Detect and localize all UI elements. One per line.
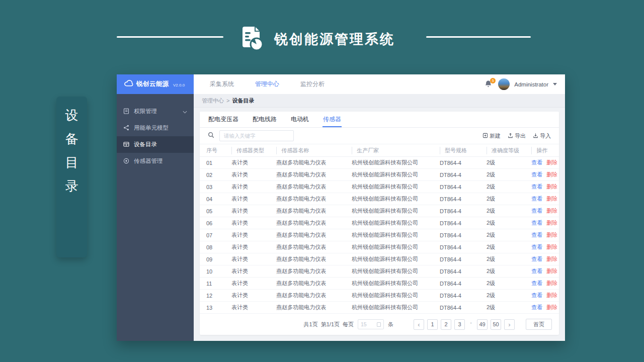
view-link[interactable]: 查看 xyxy=(531,268,542,274)
pager-prev-button[interactable]: ‹ xyxy=(414,319,424,330)
header-actions: 操作 xyxy=(525,144,559,157)
vertical-label-card: 设 备 目 录 xyxy=(56,97,87,257)
view-link[interactable]: 查看 xyxy=(531,304,542,310)
cell-sensor-name: 燕赵多功能电力仪表 xyxy=(270,302,345,314)
import-button[interactable]: 导入 xyxy=(533,132,551,140)
delete-link[interactable]: 删除 xyxy=(546,232,557,238)
avatar[interactable] xyxy=(498,78,510,90)
view-link[interactable]: 查看 xyxy=(531,171,542,177)
device-type-tabs: 配电变压器 配电线路 电动机 传感器 xyxy=(200,112,559,128)
cell-sensor-type: 表计类 xyxy=(225,278,270,290)
cell-manufacturer: 杭州锐创能源科技有限公司 xyxy=(345,169,433,181)
view-link[interactable]: 查看 xyxy=(531,196,542,202)
table-row: 07 表计类 燕赵多功能电力仪表 杭州锐创能源科技有限公司 DT864-4 2级… xyxy=(200,229,559,241)
delete-link[interactable]: 删除 xyxy=(546,304,557,310)
nav-management-center[interactable]: 管理中心 xyxy=(255,80,279,88)
cell-sensor-type: 表计类 xyxy=(225,302,270,314)
pager-page-3[interactable]: 3 xyxy=(454,319,465,330)
cell-sensor-type: 表计类 xyxy=(225,229,270,241)
sidebar-item-energy-unit-model[interactable]: 用能单元模型 xyxy=(117,120,194,136)
view-link[interactable]: 查看 xyxy=(531,232,542,238)
report-document-icon xyxy=(238,25,266,54)
delete-link[interactable]: 删除 xyxy=(546,184,557,190)
cell-sensor-type: 表计类 xyxy=(225,169,270,181)
delete-link[interactable]: 删除 xyxy=(546,280,557,286)
grid-table-icon xyxy=(123,141,129,148)
sidebar-item-sensor-mgmt[interactable]: 传感器管理 xyxy=(117,153,194,169)
cell-no: 06 xyxy=(200,217,225,229)
delete-link[interactable]: 删除 xyxy=(546,244,557,250)
tab-motor[interactable]: 电动机 xyxy=(290,112,309,127)
pager-next-button[interactable]: › xyxy=(504,319,515,330)
tab-distribution-transformer[interactable]: 配电变压器 xyxy=(208,112,239,127)
cell-no: 11 xyxy=(200,278,225,290)
cell-accuracy: 2级 xyxy=(480,205,525,217)
cell-model: DT864-4 xyxy=(433,253,480,265)
cell-sensor-type: 表计类 xyxy=(225,241,270,253)
pagination-total: 共1页 xyxy=(304,321,318,328)
view-link[interactable]: 查看 xyxy=(531,159,542,165)
delete-link[interactable]: 删除 xyxy=(546,208,557,214)
delete-link[interactable]: 删除 xyxy=(546,268,557,274)
delete-link[interactable]: 删除 xyxy=(546,292,557,298)
cell-model: DT864-4 xyxy=(433,265,480,278)
export-button[interactable]: 导出 xyxy=(508,132,526,140)
delete-link[interactable]: 删除 xyxy=(546,159,557,165)
table-row: 11 表计类 燕赵多功能电力仪表 杭州锐创能源科技有限公司 DT864-4 2级… xyxy=(200,278,559,290)
cell-actions: 查看删除 xyxy=(525,241,559,253)
view-link[interactable]: 查看 xyxy=(531,280,542,286)
cell-accuracy: 2级 xyxy=(480,169,525,181)
pager-page-50[interactable]: 50 xyxy=(491,319,501,330)
cell-model: DT864-4 xyxy=(433,217,480,229)
user-dropdown-caret-icon[interactable] xyxy=(553,83,557,85)
delete-link[interactable]: 删除 xyxy=(546,171,557,177)
cell-sensor-name: 燕赵多功能电力仪表 xyxy=(270,193,345,205)
view-link[interactable]: 查看 xyxy=(531,220,542,226)
nav-collection-system[interactable]: 采集系统 xyxy=(210,80,234,88)
view-link[interactable]: 查看 xyxy=(531,184,542,190)
delete-link[interactable]: 删除 xyxy=(546,220,557,226)
top-nav: 采集系统 管理中心 监控分析 xyxy=(210,80,325,88)
tab-sensor[interactable]: 传感器 xyxy=(323,112,342,127)
table-row: 12 表计类 燕赵多功能电力仪表 杭州锐创能源科技有限公司 DT864-4 2级… xyxy=(200,290,559,302)
table-row: 02 表计类 燕赵多功能电力仪表 杭州锐创能源科技有限公司 DT864-4 2级… xyxy=(200,169,559,181)
pager-page-1[interactable]: 1 xyxy=(427,319,438,330)
notification-bell-icon[interactable]: 5 xyxy=(485,80,494,89)
sidebar-item-device-catalog[interactable]: 设备目录 xyxy=(117,136,194,153)
per-page-input-box xyxy=(358,319,384,329)
cell-sensor-name: 燕赵多功能电力仪表 xyxy=(270,181,345,193)
per-page-stepper-icon[interactable] xyxy=(377,322,381,327)
header-sensor-name: 传感器名称 xyxy=(270,144,345,157)
per-page-input[interactable] xyxy=(361,321,374,327)
search-input[interactable] xyxy=(219,130,294,141)
new-button[interactable]: 新建 xyxy=(482,132,501,140)
tab-distribution-line[interactable]: 配电线路 xyxy=(252,112,277,127)
document-list-icon xyxy=(123,108,129,115)
first-page-button[interactable]: 首页 xyxy=(526,319,552,330)
table-body: 01 表计类 燕赵多功能电力仪表 杭州锐创能源科技有限公司 DT864-4 2级… xyxy=(200,157,559,314)
view-link[interactable]: 查看 xyxy=(531,244,542,250)
vertical-label-char: 设 xyxy=(65,109,78,122)
nav-monitoring-analysis[interactable]: 监控分析 xyxy=(300,80,325,88)
content-area: 配电变压器 配电线路 电动机 传感器 新 xyxy=(194,108,565,341)
vertical-label-char: 备 xyxy=(65,132,78,145)
toolbar-actions: 新建 导出 导入 xyxy=(482,132,551,140)
cell-no: 01 xyxy=(200,157,225,169)
view-link[interactable]: 查看 xyxy=(531,292,542,298)
cell-accuracy: 2级 xyxy=(480,217,525,229)
cell-sensor-type: 表计类 xyxy=(225,253,270,265)
pager-page-49[interactable]: 49 xyxy=(477,319,488,330)
notification-badge: 5 xyxy=(490,78,496,83)
cell-manufacturer: 杭州锐创能源科技有限公司 xyxy=(345,217,433,229)
view-link[interactable]: 查看 xyxy=(531,256,542,262)
page-title: 锐创能源管理系统 xyxy=(274,30,395,48)
breadcrumb-parent[interactable]: 管理中心 xyxy=(202,97,224,105)
table-row: 06 表计类 燕赵多功能电力仪表 杭州锐创能源科技有限公司 DT864-4 2级… xyxy=(200,217,559,229)
view-link[interactable]: 查看 xyxy=(531,208,542,214)
pager-page-2[interactable]: 2 xyxy=(441,319,451,330)
delete-link[interactable]: 删除 xyxy=(546,256,557,262)
breadcrumb-separator: > xyxy=(226,98,229,104)
sidebar-item-permission-mgmt[interactable]: 权限管理 xyxy=(117,103,194,120)
cell-sensor-name: 燕赵多功能电力仪表 xyxy=(270,157,345,169)
delete-link[interactable]: 删除 xyxy=(546,196,557,202)
